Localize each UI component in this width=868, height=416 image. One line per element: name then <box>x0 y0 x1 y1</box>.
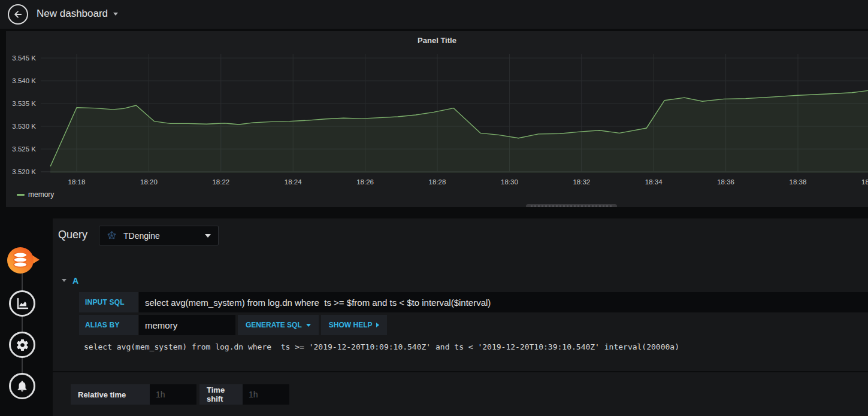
tab-queries-datasource-icon[interactable] <box>5 245 40 275</box>
svg-text:3.540 K: 3.540 K <box>12 77 36 84</box>
alias-by-row: ALIAS BY GENERATE SQL SHOW HELP <box>79 315 868 335</box>
relative-time-input[interactable] <box>150 384 196 405</box>
svg-text:3.530 K: 3.530 K <box>12 123 36 130</box>
svg-text:18:40: 18:40 <box>861 178 868 186</box>
svg-text:3.525 K: 3.525 K <box>12 145 36 153</box>
svg-text:18:24: 18:24 <box>285 178 302 186</box>
input-sql-label: INPUT SQL <box>79 292 138 312</box>
show-help-label: SHOW HELP <box>329 321 373 329</box>
editor-tab-rail <box>0 208 53 416</box>
legend-label: memory <box>28 190 54 199</box>
tab-alert-bell-icon[interactable] <box>9 373 35 399</box>
graph-panel: Panel Title 3.545 K3.540 K3.535 K3.530 K… <box>6 31 868 207</box>
time-shift-group: Time shift <box>199 384 289 405</box>
svg-text:18:30: 18:30 <box>501 178 518 186</box>
dashboard-title-text: New dashboard <box>37 8 108 20</box>
svg-text:18:36: 18:36 <box>717 178 734 186</box>
input-sql-row: INPUT SQL <box>79 292 868 312</box>
relative-time-group: Relative time <box>71 384 196 405</box>
chevron-down-icon <box>205 234 211 238</box>
legend-item-memory[interactable]: memory <box>17 190 54 199</box>
alias-by-field[interactable] <box>139 315 235 335</box>
input-sql-field[interactable] <box>139 292 868 312</box>
svg-text:3.535 K: 3.535 K <box>12 100 36 107</box>
query-ref-collapse-row[interactable]: A <box>53 272 868 289</box>
time-options-panel: Relative time Time shift <box>53 372 868 416</box>
svg-text:18:20: 18:20 <box>140 178 158 186</box>
svg-text:18:32: 18:32 <box>573 178 590 186</box>
query-ref-id: A <box>72 276 78 286</box>
tab-visualization-icon[interactable] <box>9 290 35 317</box>
dashboard-title[interactable]: New dashboard <box>37 8 118 20</box>
query-editor-panel: Query TDengine A INPUT SQL ALIAS BY <box>53 218 868 371</box>
generated-sql-text: select avg(mem_system) from log.dn where… <box>84 342 862 351</box>
generate-sql-label: GENERATE SQL <box>246 321 302 329</box>
relative-time-label: Relative time <box>71 384 150 405</box>
collapse-caret-icon <box>62 279 66 282</box>
alias-by-label: ALIAS BY <box>79 315 138 335</box>
svg-text:3.520 K: 3.520 K <box>12 168 36 175</box>
back-button[interactable] <box>8 4 28 25</box>
svg-text:18:38: 18:38 <box>790 178 807 186</box>
chevron-right-icon <box>376 323 379 327</box>
panel-resize-handle[interactable] <box>526 204 617 207</box>
top-nav-bar: New dashboard <box>0 0 868 29</box>
time-options-row: Relative time Time shift <box>71 384 292 405</box>
svg-text:18:28: 18:28 <box>429 178 446 186</box>
time-series-chart[interactable]: 3.545 K3.540 K3.535 K3.530 K3.525 K3.520… <box>6 31 868 207</box>
arrow-left-icon <box>13 9 23 20</box>
time-shift-label: Time shift <box>199 384 243 405</box>
svg-text:3.545 K: 3.545 K <box>12 54 36 62</box>
query-heading: Query <box>58 229 87 241</box>
generate-sql-button[interactable]: GENERATE SQL <box>238 315 319 335</box>
tab-general-settings-icon[interactable] <box>9 332 35 358</box>
svg-text:18:22: 18:22 <box>212 178 229 186</box>
chevron-down-icon <box>306 324 311 327</box>
show-help-button[interactable]: SHOW HELP <box>321 315 388 335</box>
chevron-down-icon <box>113 13 118 16</box>
datasource-picker[interactable]: TDengine <box>99 226 219 245</box>
svg-text:18:34: 18:34 <box>645 178 663 186</box>
tdengine-logo-icon <box>107 230 117 241</box>
svg-text:18:18: 18:18 <box>68 178 86 186</box>
datasource-name: TDengine <box>123 231 198 241</box>
legend-color-swatch <box>17 194 25 196</box>
svg-text:18:26: 18:26 <box>356 178 374 186</box>
time-shift-input[interactable] <box>243 384 289 405</box>
